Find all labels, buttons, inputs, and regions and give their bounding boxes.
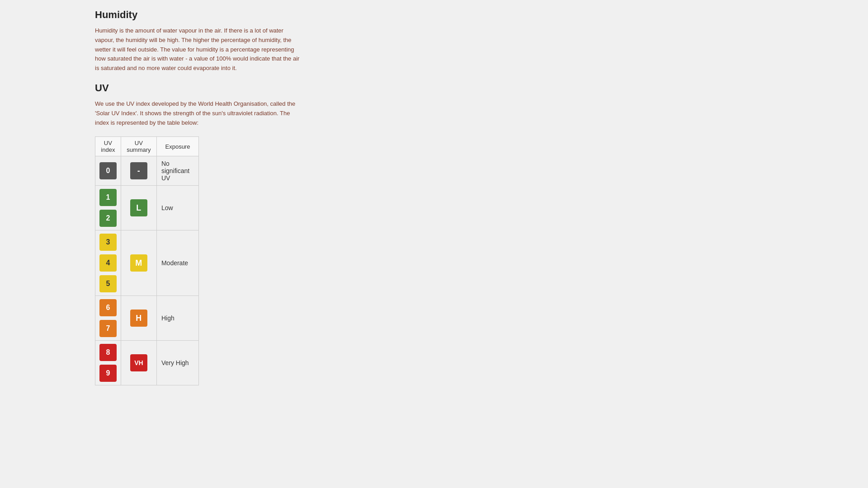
col-header-exposure: Exposure [156,137,198,156]
exposure-group: High [157,311,198,325]
summary-badge-high: H [130,310,147,327]
page-container: Humidity Humidity is the amount of water… [0,0,868,488]
col-header-index: UV index [95,137,121,156]
humidity-section: Humidity Humidity is the amount of water… [95,9,773,73]
exposure-cell: No significant UV [156,156,198,186]
summary-cell: VH [121,341,156,385]
uv-badge-1: 1 [99,189,117,206]
exposure-cell: Moderate [156,230,198,296]
summary-group: H [121,306,156,330]
exposure-text-moderate: Moderate [161,259,188,267]
uv-badge-3: 3 [99,234,117,251]
table-row: 6 7 H High [95,296,199,341]
summary-badge-moderate: M [130,254,147,272]
exposure-text-high: High [161,314,175,322]
table-row: 3 4 5 M Moderate [95,230,199,296]
exposure-group: Low [157,201,198,215]
uv-title: UV [95,82,773,94]
index-cell: 8 9 [95,341,121,385]
uv-badge-6: 6 [99,299,117,316]
table-row: 8 9 VH Very High [95,341,199,385]
summary-group: L [121,196,156,220]
exposure-group: No significant UV [157,156,198,185]
humidity-description: Humidity is the amount of water vapour i… [95,26,303,73]
col-header-summary: UV summary [121,137,156,156]
index-group: 1 2 [95,186,121,230]
summary-cell: - [121,156,156,186]
table-row: 0 - No significant UV [95,156,199,186]
table-row: 1 2 L Low [95,186,199,230]
summary-badge-low: L [130,199,147,216]
summary-group: M [121,251,156,275]
exposure-group: Very High [157,356,198,370]
index-group: 3 4 5 [95,230,121,296]
uv-badge-8: 8 [99,344,117,361]
exposure-text-low: Low [161,204,173,211]
uv-badge-9: 9 [99,365,117,382]
summary-cell: H [121,296,156,341]
exposure-cell: High [156,296,198,341]
index-cell: 0 [95,156,121,186]
uv-table: UV index UV summary Exposure 0 - [95,136,199,385]
uv-badge-5: 5 [99,275,117,292]
summary-badge-very-high: VH [130,354,147,371]
humidity-title: Humidity [95,9,773,21]
summary-group: VH [121,351,156,375]
exposure-text-very-high: Very High [161,359,189,366]
uv-section: UV We use the UV index developed by the … [95,82,773,385]
exposure-cell: Low [156,186,198,230]
uv-badge-7: 7 [99,320,117,337]
uv-badge-4: 4 [99,254,117,272]
uv-badge-2: 2 [99,210,117,227]
summary-cell: M [121,230,156,296]
uv-badge-0: 0 [99,162,117,179]
index-group: 6 7 [95,296,121,340]
exposure-group: Moderate [157,256,198,270]
index-group: 8 9 [95,341,121,385]
summary-group: - [121,159,156,183]
exposure-text-0: No significant UV [161,160,194,182]
summary-cell: L [121,186,156,230]
index-group: 0 [95,159,121,183]
summary-badge-none: - [130,162,147,179]
uv-description: We use the UV index developed by the Wor… [95,99,303,127]
index-cell: 1 2 [95,186,121,230]
index-cell: 6 7 [95,296,121,341]
index-cell: 3 4 5 [95,230,121,296]
exposure-cell: Very High [156,341,198,385]
